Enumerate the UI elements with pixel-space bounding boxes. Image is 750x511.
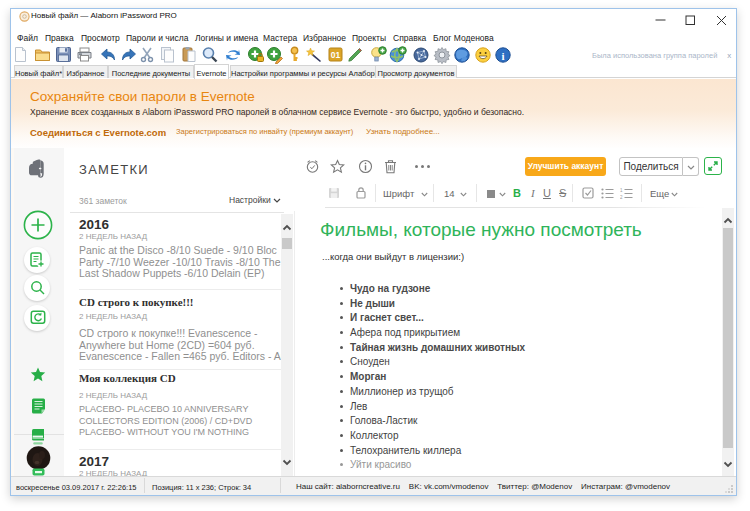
svg-text:2: 2: [620, 195, 623, 200]
svg-text:1: 1: [620, 188, 623, 193]
svg-text:i: i: [501, 50, 504, 62]
svg-text:01: 01: [331, 50, 341, 60]
